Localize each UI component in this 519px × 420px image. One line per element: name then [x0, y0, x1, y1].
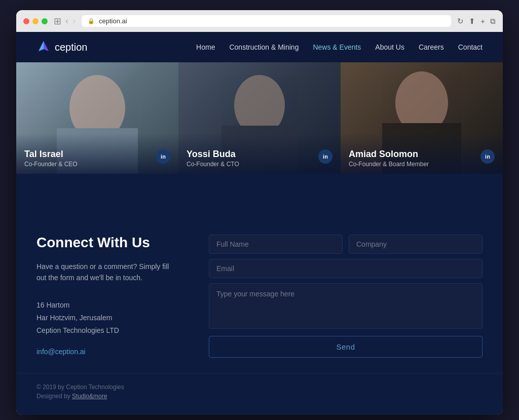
share-icon[interactable]: ⬆ — [469, 17, 475, 26]
person3-linkedin[interactable]: in — [480, 149, 495, 164]
logo-text: ception — [55, 42, 88, 53]
footer: © 2019 by Ception Technologies Designed … — [16, 373, 503, 415]
forward-button[interactable]: › — [72, 16, 76, 26]
logo-icon — [36, 40, 51, 54]
nav-careers[interactable]: Careers — [419, 43, 444, 52]
browser-controls: ⊞ ‹ › — [54, 16, 76, 27]
nav-news[interactable]: News & Events — [313, 43, 361, 52]
team-section: Tal Israel Co-Founder & CEO in Yossi Bud… — [16, 62, 503, 174]
team-card-1-info: Tal Israel Co-Founder & CEO — [24, 149, 170, 168]
footer-studio-link[interactable]: Studio&more — [72, 393, 107, 400]
nav-news-link: News & Events — [313, 43, 361, 51]
close-button[interactable] — [23, 18, 29, 24]
browser-actions: ↻ ⬆ + ⧉ — [457, 17, 496, 26]
team-card-3: Amiad Solomon Co-Founder & Board Member … — [341, 62, 503, 174]
address-bar[interactable]: 🔒 ception.ai — [82, 15, 451, 27]
minimize-button[interactable] — [32, 18, 39, 24]
traffic-lights — [23, 18, 48, 24]
team-card-2: Yossi Buda Co-Founder & CTO in — [178, 62, 341, 174]
navbar: ception Home Construction & Mining News … — [16, 32, 503, 62]
nav-construction-link: Construction & Mining — [229, 43, 299, 51]
mid-spacer — [16, 174, 503, 204]
connect-section: Connect With Us Have a question or a com… — [16, 204, 503, 373]
person2-role: Co-Founder & CTO — [187, 161, 332, 168]
back-button[interactable]: ‹ — [65, 16, 68, 26]
sidebar-toggle-icon[interactable]: ⊞ — [54, 16, 61, 27]
email-link[interactable]: info@ception.ai — [36, 348, 86, 356]
address-line2: Har Hotzvim, Jerusalem — [36, 312, 178, 324]
address-line3: Ception Technologies LTD — [36, 324, 178, 337]
form-row-1 — [209, 235, 483, 254]
browser-window: ⊞ ‹ › 🔒 ception.ai ↻ ⬆ + ⧉ ception — [16, 10, 503, 415]
footer-designed: Designed by Studio&more — [36, 393, 483, 400]
connect-title: Connect With Us — [36, 235, 178, 251]
page-content: ception Home Construction & Mining News … — [16, 32, 503, 415]
nav-contact-link: Contact — [458, 43, 483, 51]
person3-role: Co-Founder & Board Member — [349, 161, 495, 168]
person1-role: Co-Founder & CEO — [24, 161, 170, 168]
send-button[interactable]: Send — [209, 336, 483, 358]
nav-about-link: About Us — [375, 43, 404, 51]
nav-construction[interactable]: Construction & Mining — [229, 43, 299, 52]
person1-name: Tal Israel — [24, 149, 170, 160]
browser-chrome: ⊞ ‹ › 🔒 ception.ai ↻ ⬆ + ⧉ — [16, 10, 503, 32]
logo[interactable]: ception — [36, 40, 88, 54]
nav-contact[interactable]: Contact — [458, 43, 483, 52]
url-text: ception.ai — [99, 17, 127, 25]
team-card-3-info: Amiad Solomon Co-Founder & Board Member — [349, 149, 495, 168]
team-card-1: Tal Israel Co-Founder & CEO in — [16, 62, 178, 174]
nav-home-link: Home — [196, 43, 215, 51]
tabs-icon[interactable]: ⧉ — [490, 17, 496, 26]
footer-designed-text: Designed by — [36, 393, 72, 400]
full-name-input[interactable] — [209, 235, 343, 254]
nav-home[interactable]: Home — [196, 43, 215, 52]
maximize-button[interactable] — [42, 18, 48, 24]
nav-careers-link: Careers — [419, 43, 444, 51]
message-textarea[interactable] — [209, 283, 483, 329]
address-line1: 16 Hartom — [36, 299, 178, 312]
footer-copyright: © 2019 by Ception Technologies — [36, 384, 483, 391]
nav-links: Home Construction & Mining News & Events… — [196, 43, 483, 52]
address-block: 16 Hartom Har Hotzvim, Jerusalem Ception… — [36, 299, 178, 337]
nav-about[interactable]: About Us — [375, 43, 404, 52]
person1-linkedin[interactable]: in — [156, 149, 170, 164]
team-card-2-info: Yossi Buda Co-Founder & CTO — [187, 149, 332, 168]
new-tab-icon[interactable]: + — [480, 17, 485, 26]
form-row-2 — [209, 259, 483, 278]
person3-name: Amiad Solomon — [349, 149, 495, 160]
person2-name: Yossi Buda — [187, 149, 332, 160]
lock-icon: 🔒 — [88, 18, 95, 24]
contact-form: Send — [209, 235, 483, 358]
email-input[interactable] — [209, 259, 483, 278]
svg-marker-1 — [39, 41, 44, 51]
refresh-icon[interactable]: ↻ — [457, 17, 464, 26]
connect-left: Connect With Us Have a question or a com… — [36, 235, 178, 358]
company-input[interactable] — [349, 235, 483, 254]
person2-linkedin[interactable]: in — [318, 149, 332, 164]
connect-description: Have a question or a comment? Simply fil… — [36, 261, 178, 284]
